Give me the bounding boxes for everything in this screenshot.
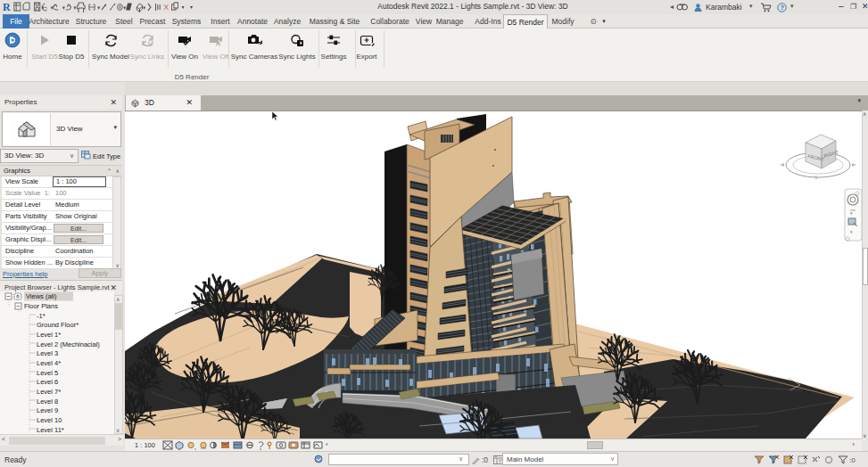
svg-text::0: :0: [849, 456, 856, 464]
svg-text:▾: ▾: [74, 4, 77, 11]
svg-text:▾: ▾: [97, 4, 100, 11]
svg-text:▾: ▾: [62, 4, 65, 11]
svg-text:▾: ▾: [41, 4, 44, 11]
svg-text:?: ?: [780, 4, 784, 12]
